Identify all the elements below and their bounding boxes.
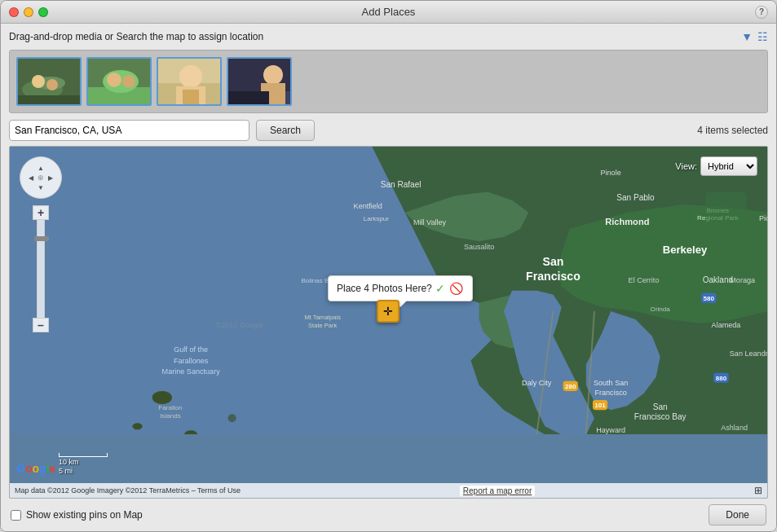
minimize-button[interactable] xyxy=(24,7,33,17)
svg-point-9 xyxy=(107,73,121,87)
show-pins-label[interactable]: Show existing pins on Map xyxy=(26,509,143,521)
svg-point-71 xyxy=(228,414,236,422)
google-logo: Google xyxy=(16,462,55,475)
svg-rect-5 xyxy=(18,95,82,106)
zoom-slider[interactable] xyxy=(37,220,45,318)
svg-point-24 xyxy=(132,423,142,429)
svg-text:Mill Valley: Mill Valley xyxy=(413,218,447,226)
svg-rect-15 xyxy=(183,90,199,106)
popup-text: Place 4 Photos Here? xyxy=(337,283,432,294)
nav-left[interactable]: ◀ xyxy=(26,173,36,182)
titlebar: Add Places ? xyxy=(1,1,776,24)
close-button[interactable] xyxy=(9,7,19,17)
svg-point-3 xyxy=(32,75,45,88)
nav-arrows: ▲ ◀ ⊕ ▶ ▼ xyxy=(26,163,55,192)
photo-thumb-2[interactable] xyxy=(86,57,152,106)
nav-down[interactable]: ▼ xyxy=(36,182,46,192)
svg-text:Berkeley: Berkeley xyxy=(663,244,708,256)
photo-thumb-3[interactable] xyxy=(157,57,222,106)
svg-point-10 xyxy=(122,75,135,88)
svg-text:Oakland: Oakland xyxy=(703,275,734,284)
svg-text:101: 101 xyxy=(594,402,606,409)
svg-text:Kentfield: Kentfield xyxy=(354,202,382,210)
map-container[interactable]: 280 101 580 880 San Rafael Kentfield Lar… xyxy=(9,146,768,499)
svg-text:San: San xyxy=(653,402,668,411)
svg-text:Daly City: Daly City xyxy=(522,379,552,387)
svg-point-13 xyxy=(179,65,202,88)
svg-text:Larkspur: Larkspur xyxy=(364,215,390,222)
svg-rect-73 xyxy=(705,192,746,225)
items-selected: 4 items selected xyxy=(697,125,768,136)
svg-text:San Rafael: San Rafael xyxy=(381,180,422,189)
svg-point-18 xyxy=(263,65,283,85)
top-icons: ▼ ☷ xyxy=(741,30,768,43)
search-button[interactable]: Search xyxy=(256,120,315,141)
svg-text:Orinda: Orinda xyxy=(651,306,671,313)
zoom-in-button[interactable]: + xyxy=(33,205,49,220)
checkmark-icon[interactable]: ✓ xyxy=(435,282,445,295)
nav-right[interactable]: ▶ xyxy=(46,173,55,182)
view-label: View: xyxy=(675,161,697,171)
maximize-button[interactable] xyxy=(38,7,48,17)
scale-mi: 5 mi xyxy=(59,467,73,475)
svg-text:Alameda: Alameda xyxy=(712,321,742,329)
svg-text:Francisco: Francisco xyxy=(594,389,626,397)
svg-text:El Cerrito: El Cerrito xyxy=(629,276,660,284)
zoom-out-button[interactable]: – xyxy=(33,318,49,332)
nav-circle[interactable]: ▲ ◀ ⊕ ▶ ▼ xyxy=(20,156,62,199)
titlebar-buttons xyxy=(9,7,48,17)
list-icon[interactable]: ☷ xyxy=(757,30,768,43)
map-corner-icon[interactable]: ⊞ xyxy=(754,485,762,496)
window-title: Add Places xyxy=(362,6,416,18)
content-area: Drag-and-drop media or Search the map to… xyxy=(1,24,776,531)
bottom-bar: Show existing pins on Map Done xyxy=(9,499,768,531)
nav-up[interactable]: ▲ xyxy=(36,163,46,173)
scale-km: 10 km xyxy=(59,458,79,466)
done-button[interactable]: Done xyxy=(709,504,766,525)
svg-text:Farallon: Farallon xyxy=(158,404,182,411)
svg-text:Pinole: Pinole xyxy=(601,169,621,177)
map-pin[interactable]: ✛ xyxy=(377,300,400,323)
zoom-controls: + – xyxy=(33,205,49,332)
svg-text:San: San xyxy=(543,255,564,268)
photo-thumb-1[interactable] xyxy=(16,57,82,106)
svg-text:South San: South San xyxy=(594,379,628,387)
map-attribution: Map data ©2012 Google Imagery ©2012 Terr… xyxy=(10,483,767,498)
nav-center[interactable]: ⊕ xyxy=(36,173,46,182)
view-dropdown[interactable]: Map Satellite Hybrid Terrain xyxy=(700,156,757,176)
svg-text:Marine Sanctuary: Marine Sanctuary xyxy=(162,367,221,376)
svg-text:Mt Tamalpais: Mt Tamalpais xyxy=(305,314,342,321)
svg-text:Pic: Pic xyxy=(759,214,767,222)
map-navigation[interactable]: ▲ ◀ ⊕ ▶ ▼ xyxy=(20,156,62,199)
svg-point-22 xyxy=(152,391,172,404)
svg-text:Francisco: Francisco xyxy=(526,270,581,283)
report-map-error-link[interactable]: Report a map error xyxy=(460,486,535,496)
photos-strip xyxy=(9,50,768,113)
zoom-thumb xyxy=(34,236,49,241)
photo-thumb-4[interactable] xyxy=(227,57,292,106)
svg-text:280: 280 xyxy=(565,383,576,390)
cancel-icon[interactable]: 🚫 xyxy=(448,281,464,296)
help-button[interactable]: ? xyxy=(755,6,768,19)
svg-text:Farallones: Farallones xyxy=(174,357,209,365)
search-input[interactable] xyxy=(9,120,249,141)
search-bar: Search 4 items selected xyxy=(9,120,768,141)
top-bar: Drag-and-drop media or Search the map to… xyxy=(9,30,768,43)
map-view-select: View: Map Satellite Hybrid Terrain xyxy=(675,156,757,176)
svg-point-4 xyxy=(46,79,58,90)
svg-text:Francisco Bay: Francisco Bay xyxy=(634,412,687,421)
svg-text:State Park: State Park xyxy=(308,322,338,329)
svg-text:Moraga: Moraga xyxy=(730,276,756,284)
instructions-text: Drag-and-drop media or Search the map to… xyxy=(9,31,263,42)
svg-text:Gulf of the: Gulf of the xyxy=(174,345,208,354)
svg-text:Richmond: Richmond xyxy=(605,217,649,226)
svg-text:San Pablo: San Pablo xyxy=(616,193,655,202)
dropdown-icon[interactable]: ▼ xyxy=(741,30,753,43)
show-pins-checkbox[interactable] xyxy=(11,510,21,521)
map-scale: 10 km 5 mi xyxy=(59,453,108,475)
svg-text:San Leandro: San Leandro xyxy=(730,350,767,358)
svg-text:Hayward: Hayward xyxy=(596,426,625,434)
place-popup: Place 4 Photos Here? ✓ 🚫 xyxy=(328,275,473,301)
svg-text:Sausalito: Sausalito xyxy=(464,243,494,251)
svg-text:©2012 Google: ©2012 Google xyxy=(215,321,263,329)
